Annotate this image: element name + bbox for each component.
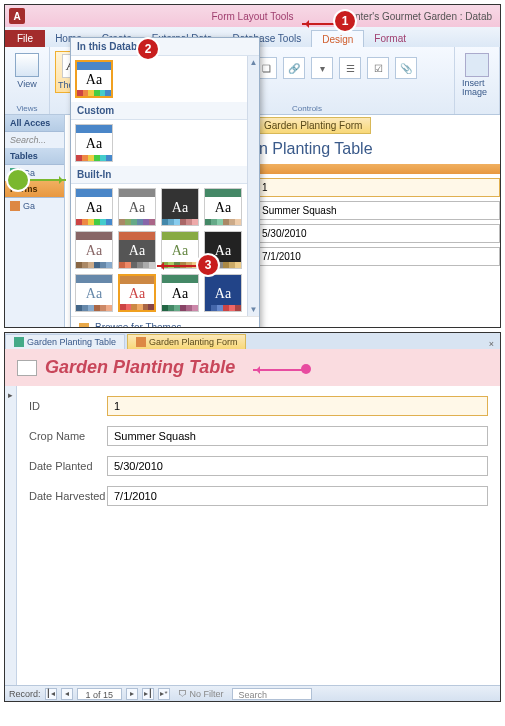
- theme-composite[interactable]: Aa: [161, 274, 199, 312]
- themes-section-custom: Custom: [71, 102, 259, 120]
- nav-prev-button[interactable]: ◂: [61, 688, 73, 700]
- control-check[interactable]: ☑: [367, 57, 389, 79]
- input-harvested[interactable]: [107, 486, 488, 506]
- theme-adjacency[interactable]: Aa: [118, 188, 156, 226]
- callout-3: 3: [198, 255, 218, 275]
- nav-tables-header[interactable]: Tables: [5, 148, 64, 165]
- form-tab[interactable]: Garden Planting Form: [255, 117, 371, 134]
- scroll-up-icon: ▲: [250, 58, 258, 67]
- record-search[interactable]: Search: [232, 688, 312, 700]
- form-header-icon: [17, 360, 37, 376]
- nav-search[interactable]: Search...: [5, 132, 64, 148]
- theme-apothecary[interactable]: Aa: [75, 231, 113, 269]
- views-group-label: Views: [5, 104, 49, 113]
- tab-file[interactable]: File: [5, 30, 45, 47]
- label-crop: Crop Name: [29, 430, 107, 442]
- row-planted: Date Planted: [29, 456, 488, 476]
- field-id: [255, 178, 500, 197]
- themes-dropdown: In this Database Aa Custom Aa Built-In A…: [70, 37, 260, 328]
- tab-design[interactable]: Design: [311, 30, 364, 48]
- browse-themes[interactable]: Browse for Themes...: [71, 316, 259, 328]
- theme-apex[interactable]: Aa: [204, 188, 242, 226]
- theme-clarity[interactable]: Aa: [118, 274, 156, 312]
- bottom-screenshot: Garden Planting Table Garden Planting Fo…: [4, 332, 501, 702]
- callout-2: 2: [138, 39, 158, 59]
- tab-format[interactable]: Format: [364, 30, 416, 47]
- theme-concourse[interactable]: Aa: [204, 274, 242, 312]
- nav-next-button[interactable]: ▸: [126, 688, 138, 700]
- record-label: Record:: [9, 689, 41, 699]
- filter-indicator[interactable]: ⛉ No Filter: [174, 689, 228, 699]
- label-id: ID: [29, 400, 107, 412]
- input-crop[interactable]: [107, 426, 488, 446]
- control-combo[interactable]: ▾: [311, 57, 333, 79]
- callout-1: 1: [335, 11, 355, 31]
- group-views: View Views: [5, 47, 50, 114]
- control-list[interactable]: ☰: [339, 57, 361, 79]
- themes-scrollbar[interactable]: ▲▼: [247, 56, 259, 316]
- field-planted: [255, 224, 500, 243]
- theme-angles[interactable]: Aa: [161, 188, 199, 226]
- row-harvested: Date Harvested: [29, 486, 488, 506]
- theme-custom-1[interactable]: Aa: [75, 124, 113, 162]
- close-tab-button[interactable]: ×: [483, 339, 500, 349]
- theme-current[interactable]: Aa: [75, 60, 113, 98]
- window-title: Gunter's Gourmet Garden : Datab: [342, 11, 492, 22]
- label-harvested: Date Harvested: [29, 490, 107, 502]
- themes-section-database: In this Database: [71, 38, 259, 56]
- navigation-pane: All Acces Search... Tables Ga Forms Ga: [5, 115, 65, 327]
- form-header-accent: [255, 164, 500, 174]
- tab-planting-table[interactable]: Garden Planting Table: [5, 334, 125, 349]
- theme-austin[interactable]: Aa: [161, 231, 199, 269]
- view-label: View: [17, 79, 36, 89]
- nav-all-objects[interactable]: All Acces: [5, 115, 64, 132]
- crop-input[interactable]: [255, 201, 500, 220]
- input-planted[interactable]: [107, 456, 488, 476]
- themes-thumbs-database: Aa: [71, 56, 259, 102]
- group-insert-image: Insert Image: [455, 47, 500, 114]
- row-id: ID: [29, 396, 488, 416]
- id-input[interactable]: [255, 178, 500, 197]
- theme-civic[interactable]: Aa: [75, 274, 113, 312]
- titlebar: A Form Layout Tools Gunter's Gourmet Gar…: [5, 5, 500, 27]
- record-counter: 1 of 15: [77, 688, 123, 700]
- arrow-green: [28, 179, 66, 181]
- themes-section-builtin: Built-In: [71, 166, 259, 184]
- form-heading: n Planting Table: [255, 134, 500, 164]
- harvested-input[interactable]: [255, 247, 500, 266]
- label-planted: Date Planted: [29, 460, 107, 472]
- document-tabs: Garden Planting Table Garden Planting Fo…: [5, 333, 500, 349]
- control-link[interactable]: 🔗: [283, 57, 305, 79]
- form-icon: [136, 337, 146, 347]
- input-id[interactable]: [107, 396, 488, 416]
- arrow-1: [302, 23, 337, 25]
- view-button[interactable]: View: [13, 51, 41, 91]
- record-navigation-bar: Record: ┃◂ ◂ 1 of 15 ▸ ▸┃ ▸* ⛉ No Filter…: [5, 685, 500, 701]
- planted-input[interactable]: [255, 224, 500, 243]
- form-icon: [10, 201, 20, 211]
- view-icon: [15, 53, 39, 77]
- tab-planting-form[interactable]: Garden Planting Form: [127, 334, 247, 349]
- arrow-3: [157, 265, 199, 267]
- nav-form-item[interactable]: Ga: [5, 198, 64, 214]
- insert-image-icon: [465, 53, 489, 77]
- control-attach[interactable]: 📎: [395, 57, 417, 79]
- row-crop: Crop Name: [29, 426, 488, 446]
- record-selector[interactable]: ▸: [5, 386, 17, 686]
- nav-new-button[interactable]: ▸*: [158, 688, 170, 700]
- nav-last-button[interactable]: ▸┃: [142, 688, 154, 700]
- themes-thumbs-custom: Aa: [71, 120, 259, 166]
- insert-image-button[interactable]: Insert Image: [460, 51, 494, 99]
- insert-image-label: Insert Image: [462, 79, 492, 97]
- callout-green: [8, 170, 28, 190]
- scroll-down-icon: ▼: [250, 305, 258, 314]
- contextual-tab-label: Form Layout Tools: [211, 11, 293, 22]
- record-marker-icon: ▸: [5, 386, 16, 400]
- form-fields: ID Crop Name Date Planted Date Harvested: [17, 386, 500, 526]
- theme-aspect[interactable]: Aa: [118, 231, 156, 269]
- top-screenshot: A Form Layout Tools Gunter's Gourmet Gar…: [4, 4, 501, 328]
- nav-first-button[interactable]: ┃◂: [45, 688, 57, 700]
- arrow-result: [253, 369, 303, 371]
- themes-thumbs-builtin: Aa Aa Aa Aa Aa Aa Aa Aa Aa Aa Aa Aa: [71, 184, 259, 316]
- theme-office[interactable]: Aa: [75, 188, 113, 226]
